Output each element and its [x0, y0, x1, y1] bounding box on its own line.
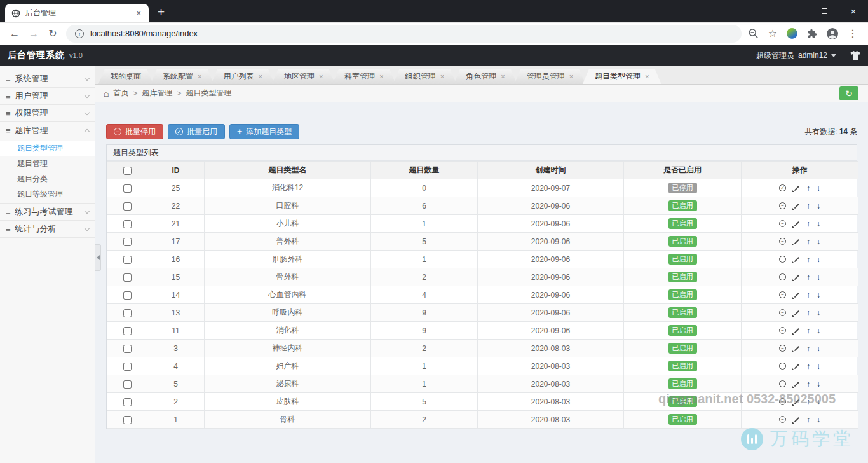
close-window-button[interactable]: × [839, 0, 868, 22]
move-down-icon[interactable]: ↓ [817, 238, 820, 245]
move-up-icon[interactable]: ↑ [806, 363, 810, 370]
close-tab-icon[interactable]: × [645, 73, 649, 80]
edit-icon[interactable] [792, 202, 800, 210]
disable-row-icon[interactable]: − [779, 380, 786, 387]
move-up-icon[interactable]: ↑ [806, 184, 810, 192]
move-up-icon[interactable]: ↑ [806, 309, 810, 317]
app-tab[interactable]: 题目类型管理 × [583, 69, 661, 84]
disable-row-icon[interactable]: − [779, 398, 786, 405]
move-up-icon[interactable]: ↑ [806, 345, 810, 352]
browser-tab[interactable]: 后台管理 × [5, 4, 149, 22]
move-down-icon[interactable]: ↓ [817, 202, 820, 210]
new-tab-button[interactable]: + [158, 6, 165, 18]
app-tab[interactable]: 用户列表 × [211, 69, 274, 84]
disable-row-icon[interactable]: − [779, 327, 786, 334]
edit-icon[interactable] [792, 291, 800, 299]
row-checkbox[interactable] [123, 380, 132, 389]
forward-button[interactable]: → [24, 24, 43, 43]
edit-icon[interactable] [792, 238, 800, 245]
edit-icon[interactable] [792, 309, 800, 317]
move-down-icon[interactable]: ↓ [817, 416, 820, 424]
close-tab-icon[interactable]: × [379, 73, 383, 80]
profile-avatar[interactable] [827, 28, 838, 39]
sidebar-subitem[interactable]: 题目分类 [0, 171, 95, 186]
maximize-button[interactable] [810, 0, 839, 22]
sidebar-item[interactable]: ≡用户管理 [0, 88, 95, 105]
move-down-icon[interactable]: ↓ [817, 256, 820, 263]
move-up-icon[interactable]: ↑ [806, 327, 810, 335]
sidebar-item[interactable]: ≡题库管理 [0, 122, 95, 139]
admin-dropdown[interactable]: admin12 [798, 51, 827, 60]
sidebar-subitem[interactable]: 题目管理 [0, 156, 95, 171]
tshirt-theme-icon[interactable] [850, 51, 860, 60]
edit-icon[interactable] [792, 398, 800, 406]
edit-icon[interactable] [792, 256, 800, 263]
extensions-puzzle-icon[interactable] [807, 29, 817, 39]
edit-icon[interactable] [792, 363, 800, 370]
edit-icon[interactable] [792, 273, 800, 281]
row-checkbox[interactable] [123, 184, 132, 193]
move-down-icon[interactable]: ↓ [817, 291, 820, 299]
sidebar-collapse-handle[interactable] [95, 244, 101, 271]
disable-row-icon[interactable]: − [779, 202, 786, 209]
move-up-icon[interactable]: ↑ [806, 291, 810, 299]
sidebar-item[interactable]: ≡统计与分析 [0, 221, 95, 238]
move-up-icon[interactable]: ↑ [806, 398, 810, 406]
close-tab-icon[interactable]: × [569, 73, 573, 80]
refresh-page-button[interactable]: ↻ [839, 86, 858, 100]
close-tab-icon[interactable]: × [319, 73, 323, 80]
batch-disable-button[interactable]: − 批量停用 [106, 124, 163, 139]
row-checkbox[interactable] [123, 202, 132, 211]
close-tab-icon[interactable]: × [258, 73, 262, 80]
move-down-icon[interactable]: ↓ [817, 345, 820, 352]
reload-button[interactable]: ↻ [43, 24, 62, 43]
row-checkbox[interactable] [123, 345, 132, 353]
app-tab[interactable]: 系统配置 × [151, 69, 214, 84]
disable-row-icon[interactable]: − [779, 273, 786, 280]
disable-row-icon[interactable]: − [779, 256, 786, 263]
row-checkbox[interactable] [123, 291, 132, 300]
app-tab[interactable]: 组织管理 × [393, 69, 456, 84]
disable-row-icon[interactable]: − [779, 309, 786, 316]
move-up-icon[interactable]: ↑ [806, 273, 810, 281]
move-up-icon[interactable]: ↑ [806, 256, 810, 263]
row-checkbox[interactable] [123, 416, 132, 424]
move-down-icon[interactable]: ↓ [817, 184, 820, 192]
close-tab-icon[interactable]: × [440, 73, 444, 80]
breadcrumb-item[interactable]: 首页 [113, 88, 128, 99]
disable-row-icon[interactable]: − [779, 238, 786, 245]
select-all-checkbox[interactable] [123, 167, 132, 175]
close-tab-icon[interactable]: × [198, 73, 201, 80]
move-up-icon[interactable]: ↑ [806, 380, 810, 388]
app-tab[interactable]: 角色管理 × [454, 69, 517, 84]
edit-icon[interactable] [792, 184, 800, 192]
move-up-icon[interactable]: ↑ [806, 202, 810, 210]
move-up-icon[interactable]: ↑ [806, 238, 810, 245]
zoom-out-icon[interactable] [748, 28, 759, 39]
row-checkbox[interactable] [123, 363, 132, 371]
edit-icon[interactable] [792, 380, 800, 388]
move-down-icon[interactable]: ↓ [817, 380, 820, 388]
sidebar-item[interactable]: ≡系统管理 [0, 71, 95, 88]
breadcrumb-item[interactable]: 题目类型管理 [186, 88, 232, 99]
disable-row-icon[interactable]: − [779, 416, 786, 423]
move-down-icon[interactable]: ↓ [817, 363, 820, 370]
edit-icon[interactable] [792, 220, 800, 228]
row-checkbox[interactable] [123, 256, 132, 264]
disable-row-icon[interactable]: − [779, 345, 786, 352]
address-bar[interactable]: i localhost:8080/manage/index [66, 25, 742, 43]
sidebar-item[interactable]: ≡练习与考试管理 [0, 204, 95, 221]
move-up-icon[interactable]: ↑ [806, 416, 810, 424]
row-checkbox[interactable] [123, 238, 132, 246]
minimize-button[interactable] [780, 0, 810, 22]
disable-row-icon[interactable]: − [779, 363, 786, 370]
move-down-icon[interactable]: ↓ [817, 273, 820, 281]
edit-icon[interactable] [792, 345, 800, 352]
move-down-icon[interactable]: ↓ [817, 309, 820, 317]
app-tab[interactable]: 科室管理 × [332, 69, 395, 84]
app-tab[interactable]: 我的桌面 [98, 69, 153, 84]
back-button[interactable]: ← [5, 24, 24, 43]
disable-row-icon[interactable]: − [779, 220, 786, 227]
sidebar-item[interactable]: ≡权限管理 [0, 105, 95, 122]
add-question-type-button[interactable]: + 添加题目类型 [229, 124, 299, 139]
